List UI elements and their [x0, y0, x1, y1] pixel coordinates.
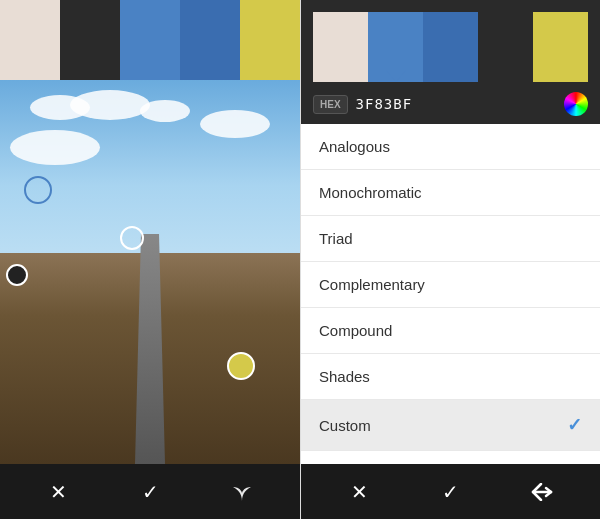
harmony-shades-label: Shades	[319, 368, 370, 385]
left-panel: ✕ ✓	[0, 0, 300, 519]
left-swatch-bar	[0, 0, 300, 80]
hex-row: HEX 3F83BF	[313, 92, 588, 116]
harmony-monochromatic-label: Monochromatic	[319, 184, 422, 201]
harmony-complementary[interactable]: Complementary	[301, 262, 600, 308]
harmony-custom-label: Custom	[319, 417, 371, 434]
right-swatch-0[interactable]	[313, 12, 368, 82]
left-cancel-button[interactable]: ✕	[40, 474, 76, 510]
right-swatch-1[interactable]	[368, 12, 423, 82]
right-swatch-4[interactable]	[533, 12, 588, 82]
right-swatch-bar	[313, 12, 588, 82]
hex-value: 3F83BF	[356, 96, 413, 112]
right-back-button[interactable]	[524, 474, 560, 510]
left-swatch-0[interactable]	[0, 0, 60, 80]
left-confirm-button[interactable]: ✓	[132, 474, 168, 510]
harmony-monochromatic[interactable]: Monochromatic	[301, 170, 600, 216]
cloud-4	[200, 110, 270, 138]
harmony-compound-label: Compound	[319, 322, 392, 339]
picker-circle-blue[interactable]	[24, 176, 52, 204]
cloud-5	[10, 130, 100, 165]
right-confirm-button[interactable]: ✓	[433, 474, 469, 510]
right-swatch-2[interactable]	[423, 12, 478, 82]
swatch-selected-triangle	[386, 70, 406, 82]
plant-icon	[231, 481, 253, 503]
cloud-2	[70, 90, 150, 120]
left-swatch-2[interactable]	[120, 0, 180, 80]
right-panel: HEX 3F83BF Analogous Monochromatic Triad…	[300, 0, 600, 519]
harmony-list: Analogous Monochromatic Triad Complement…	[301, 124, 600, 464]
selected-checkmark-icon: ✓	[567, 414, 582, 436]
harmony-shades[interactable]: Shades	[301, 354, 600, 400]
image-area[interactable]	[0, 80, 300, 464]
right-bottom-bar: ✕ ✓	[301, 464, 600, 519]
picker-circle-yellow[interactable]	[227, 352, 255, 380]
harmony-compound[interactable]: Compound	[301, 308, 600, 354]
left-swatch-1[interactable]	[60, 0, 120, 80]
picker-circle-white[interactable]	[120, 226, 144, 250]
right-cancel-button[interactable]: ✕	[341, 474, 377, 510]
left-swatch-3[interactable]	[180, 0, 240, 80]
harmony-analogous-label: Analogous	[319, 138, 390, 155]
hex-label: HEX	[313, 95, 348, 114]
left-bottom-bar: ✕ ✓	[0, 464, 300, 519]
color-wheel-icon[interactable]	[564, 92, 588, 116]
cloud-3	[140, 100, 190, 122]
left-swatch-4[interactable]	[240, 0, 300, 80]
left-extra-button[interactable]	[224, 474, 260, 510]
harmony-custom[interactable]: Custom ✓	[301, 400, 600, 451]
harmony-complementary-label: Complementary	[319, 276, 425, 293]
landscape-image	[0, 80, 300, 464]
harmony-triad[interactable]: Triad	[301, 216, 600, 262]
back-arrow-icon	[531, 483, 553, 501]
right-top-section: HEX 3F83BF	[301, 0, 600, 124]
harmony-analogous[interactable]: Analogous	[301, 124, 600, 170]
right-swatch-3[interactable]	[478, 12, 533, 82]
harmony-triad-label: Triad	[319, 230, 353, 247]
